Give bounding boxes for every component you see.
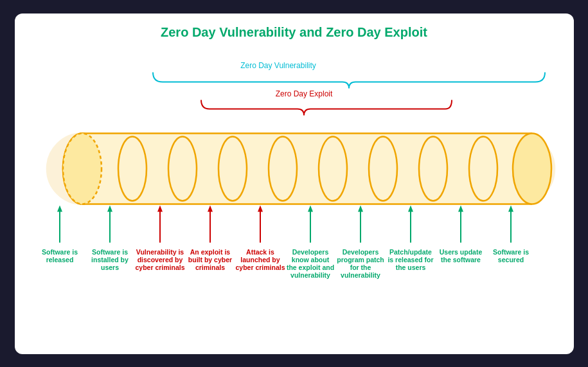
step7-label: Developers: [342, 247, 379, 255]
svg-text:users: users: [100, 263, 118, 271]
svg-text:for the: for the: [350, 263, 371, 271]
svg-text:the exploit and: the exploit and: [286, 263, 334, 271]
svg-text:built by cyber: built by cyber: [188, 255, 231, 263]
step10-label: Software is: [492, 247, 528, 255]
svg-text:vulnerability: vulnerability: [341, 271, 380, 278]
step5-label: Attack is: [246, 247, 274, 255]
svg-text:discovered by: discovered by: [137, 255, 183, 263]
svg-marker-27: [308, 205, 313, 211]
svg-point-7: [63, 133, 102, 204]
svg-text:criminals: criminals: [195, 263, 224, 271]
page-title: Zero Day Vulnerability and Zero Day Expl…: [161, 25, 427, 40]
zdv-label: Zero Day Vulnerability: [240, 60, 316, 69]
diagram-area: Zero Day Vulnerability Zero Day Exploit: [28, 48, 561, 348]
svg-text:cyber criminals: cyber criminals: [235, 263, 285, 271]
svg-marker-29: [358, 205, 363, 211]
step1-label: Software is: [41, 247, 77, 255]
svg-text:cyber criminals: cyber criminals: [135, 263, 184, 271]
svg-text:the software: the software: [441, 255, 481, 263]
svg-marker-25: [258, 205, 263, 211]
step9-label: Users update: [439, 247, 482, 255]
svg-marker-17: [57, 205, 62, 211]
step8-label: Patch/update: [389, 247, 432, 255]
svg-text:is released for: is released for: [388, 255, 433, 263]
step3-label: Vulnerability is: [136, 247, 183, 255]
step4-label: An exploit is: [190, 247, 230, 255]
svg-marker-35: [508, 205, 513, 211]
zde-label: Zero Day Exploit: [275, 89, 332, 98]
svg-text:vulnerability: vulnerability: [290, 271, 330, 278]
svg-text:installed by: installed by: [91, 255, 129, 263]
svg-text:the users: the users: [395, 263, 425, 271]
svg-text:program patch: program patch: [337, 255, 384, 263]
svg-text:released: released: [46, 255, 73, 263]
svg-marker-23: [208, 205, 213, 211]
step6-label: Developers: [292, 247, 328, 255]
svg-text:know about: know about: [291, 255, 329, 263]
main-card: Zero Day Vulnerability and Zero Day Expl…: [15, 13, 574, 354]
svg-text:launched by: launched by: [240, 255, 280, 263]
svg-marker-31: [408, 205, 413, 211]
svg-point-6: [513, 133, 551, 204]
svg-marker-33: [458, 205, 463, 211]
svg-marker-21: [157, 205, 163, 211]
step2-label: Software is: [91, 247, 127, 255]
svg-rect-3: [82, 133, 532, 204]
svg-text:secured: secured: [497, 255, 523, 263]
svg-marker-19: [107, 205, 112, 211]
